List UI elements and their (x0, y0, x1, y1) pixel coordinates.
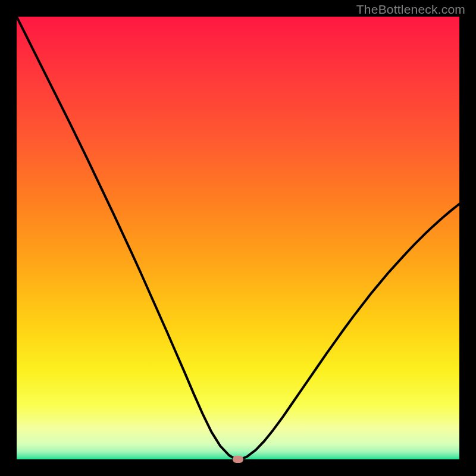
watermark-text: TheBottleneck.com (356, 2, 465, 17)
optimum-marker (233, 456, 243, 463)
chart-svg (17, 17, 459, 459)
plot-area (17, 17, 459, 459)
chart-container: TheBottleneck.com (0, 0, 476, 476)
gradient-background (17, 17, 459, 459)
